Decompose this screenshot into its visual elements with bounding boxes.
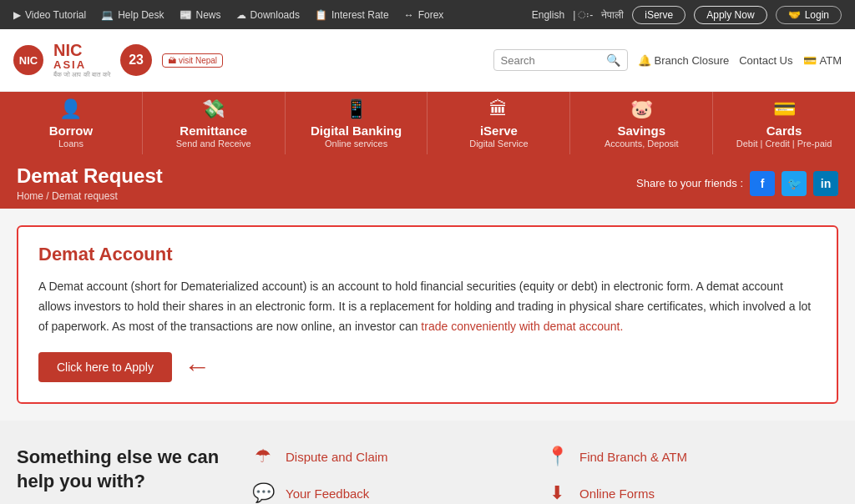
feedback-link[interactable]: 💬 Your Feedback <box>250 482 544 504</box>
page-header: Demat Request Home / Demat request Share… <box>0 154 855 209</box>
demat-account-title: Demat Account <box>38 244 817 265</box>
visit-nepal-badge: 🏔 visit Nepal <box>162 53 223 68</box>
nic-text: NIC <box>53 42 82 58</box>
online-forms-link[interactable]: ⬇ Online Forms <box>544 482 838 504</box>
breadcrumb: Home / Demat request <box>17 190 163 202</box>
download-icon: ⬇ <box>544 482 569 504</box>
bottom-col-2: 📍 Find Branch & ATM ⬇ Online Forms <box>544 446 838 504</box>
contact-us-link[interactable]: Contact Us <box>739 54 792 67</box>
digital-banking-icon: 📱 <box>345 98 367 120</box>
demat-description: A Demat account (short for Dematerialize… <box>38 277 817 336</box>
breadcrumb-current: Demat request <box>52 190 118 202</box>
bell-icon: 🔔 <box>638 54 651 67</box>
nav-cards[interactable]: 💳 Cards Debit | Credit | Pre-paid <box>713 92 855 154</box>
page-header-left: Demat Request Home / Demat request <box>17 164 163 202</box>
apply-now-top-button[interactable]: Apply Now <box>694 6 766 24</box>
header: NIC NIC ASIA बैंक जो आप की बात करे 23 🏔 … <box>0 29 855 92</box>
page-title: Demat Request <box>17 164 163 188</box>
dispute-icon: ☂ <box>250 446 276 467</box>
savings-icon: 🐷 <box>630 98 653 120</box>
top-bar: ▶ Video Tutorial 💻 Help Desk 📰 News ☁ Do… <box>0 0 855 29</box>
remittance-icon: 💸 <box>202 98 225 120</box>
atm-icon: 💳 <box>803 54 817 67</box>
top-bar-links: ▶ Video Tutorial 💻 Help Desk 📰 News ☁ Do… <box>13 9 443 21</box>
nav-digital-banking[interactable]: 📱 Digital Banking Online services <box>286 92 428 154</box>
search-box[interactable]: 🔍 <box>493 49 628 71</box>
dispute-claim-link[interactable]: ☂ Dispute and Claim <box>250 446 544 467</box>
iserve-button[interactable]: iServe <box>632 6 686 24</box>
nav-remittance[interactable]: 💸 Remittance Send and Receive <box>143 92 286 154</box>
borrow-icon: 👤 <box>59 98 82 120</box>
nav-iserve[interactable]: 🏛 iServe Digital Service <box>428 92 570 154</box>
location-icon: 📍 <box>544 446 569 467</box>
breadcrumb-home[interactable]: Home <box>17 190 43 202</box>
search-icon: 🔍 <box>606 53 620 67</box>
interest-icon: 📋 <box>315 9 327 21</box>
feedback-icon: 💬 <box>250 482 276 504</box>
dispute-label: Dispute and Claim <box>286 450 388 464</box>
apply-button-area: Click here to Apply ← <box>38 351 817 382</box>
login-button[interactable]: 🤝 Login <box>776 6 842 24</box>
find-branch-link[interactable]: 📍 Find Branch & ATM <box>544 446 838 467</box>
nic-logo-icon: NIC <box>13 45 43 75</box>
share-facebook-button[interactable]: f <box>750 171 775 196</box>
cards-icon: 💳 <box>773 98 796 120</box>
arrow-icon: ← <box>184 351 210 382</box>
share-twitter-button[interactable]: 🐦 <box>782 171 807 196</box>
logo-tagline: बैंक जो आप की बात करे <box>53 71 110 79</box>
share-area: Share to your friends : f 🐦 in <box>636 171 838 196</box>
hand-icon: 🤝 <box>788 9 801 21</box>
language-nepali[interactable]: नेपाली <box>601 9 624 21</box>
bottom-left: Something else we can help you with? <box>17 446 250 493</box>
feedback-label: Your Feedback <box>286 486 369 501</box>
interest-rate-link[interactable]: 📋 Interest Rate <box>315 9 389 21</box>
bottom-heading: Something else we can help you with? <box>17 446 250 493</box>
nav-bar: 👤 Borrow Loans 💸 Remittance Send and Rec… <box>0 92 855 154</box>
content-area: Demat Account A Demat account (short for… <box>17 225 838 404</box>
bottom-links: ☂ Dispute and Claim 💬 Your Feedback 📍 Fi… <box>250 446 838 504</box>
bottom-col-1: ☂ Dispute and Claim 💬 Your Feedback <box>250 446 544 504</box>
anniversary-badge: 23 <box>120 44 152 76</box>
help-desk-link[interactable]: 💻 Help Desk <box>101 9 164 21</box>
video-icon: ▶ <box>13 9 21 21</box>
video-tutorial-link[interactable]: ▶ Video Tutorial <box>13 9 86 21</box>
downloads-link[interactable]: ☁ Downloads <box>236 9 300 21</box>
forex-icon: ↔ <box>404 9 414 21</box>
breadcrumb-sep: / <box>46 190 48 202</box>
bottom-section: Something else we can help you with? ☂ D… <box>0 421 855 504</box>
news-icon: 📰 <box>180 9 192 21</box>
header-links: 🔔 Branch Closure Contact Us 💳 ATM <box>638 54 842 67</box>
iserve-icon: 🏛 <box>489 98 508 120</box>
nav-borrow[interactable]: 👤 Borrow Loans <box>0 92 143 154</box>
asia-text: ASIA <box>53 58 86 71</box>
online-forms-label: Online Forms <box>579 486 655 501</box>
share-label: Share to your friends : <box>636 177 743 189</box>
atm-link[interactable]: 💳 ATM <box>803 54 842 67</box>
find-branch-label: Find Branch & ATM <box>579 450 687 464</box>
helpdesk-icon: 💻 <box>101 9 114 21</box>
search-input[interactable] <box>501 54 601 67</box>
forex-link[interactable]: ↔ Forex <box>404 9 444 21</box>
language-english[interactable]: English <box>532 9 564 21</box>
logo-area: NIC NIC ASIA बैंक जो आप की बात करे 23 🏔 … <box>13 42 223 79</box>
downloads-icon: ☁ <box>236 9 246 21</box>
trade-link[interactable]: trade conveniently with demat account. <box>421 320 623 333</box>
logo-text: NIC ASIA बैंक जो आप की बात करे <box>53 42 110 79</box>
lang-separator: | ः- <box>573 9 593 21</box>
nav-savings[interactable]: 🐷 Savings Accounts, Deposit <box>570 92 713 154</box>
top-bar-right: English | ः- नेपाली iServe Apply Now 🤝 L… <box>532 6 842 24</box>
header-right: 🔍 🔔 Branch Closure Contact Us 💳 ATM <box>493 49 842 71</box>
svg-text:NIC: NIC <box>19 54 38 67</box>
news-link[interactable]: 📰 News <box>180 9 221 21</box>
click-here-apply-button[interactable]: Click here to Apply <box>38 352 172 382</box>
share-linkedin-button[interactable]: in <box>813 171 838 196</box>
branch-closure-link[interactable]: 🔔 Branch Closure <box>638 54 730 67</box>
